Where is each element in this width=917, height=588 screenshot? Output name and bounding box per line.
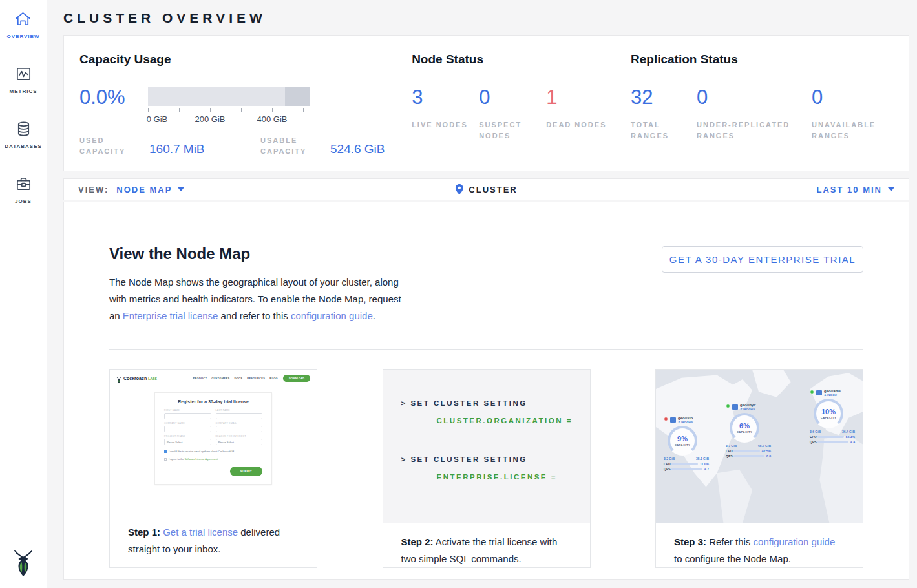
sidebar-item-jobs[interactable]: JOBS xyxy=(15,175,32,204)
suspect-nodes-stat: 0 SUSPECT NODES xyxy=(479,86,546,142)
node-map-panel: View the Node Map The Node Map shows the… xyxy=(63,202,909,580)
view-selector-value: NODE MAP xyxy=(116,185,172,194)
mini-checkbox-label: I agree to the Software License Agreemen… xyxy=(169,457,218,461)
database-icon xyxy=(15,120,32,138)
mini-field-label: COMPANY EMAIL xyxy=(216,422,263,425)
breadcrumb-cluster[interactable]: CLUSTER xyxy=(469,185,517,194)
capacity-bar: 0 GiB 200 GiB 400 GiB xyxy=(148,86,310,126)
status-dot-green-icon xyxy=(810,390,814,394)
cpu-value: 42.5% xyxy=(762,449,771,453)
node-status-title: Node Status xyxy=(412,52,631,67)
mini-form-title: Register for a 30-day trial license xyxy=(164,399,262,404)
mini-field-label: FIRST NAME xyxy=(164,409,211,412)
live-nodes-value: 3 xyxy=(412,86,479,109)
unavailable-ranges-label: UNAVAILABLE RANGES xyxy=(812,120,909,142)
mini-select: Please Select xyxy=(216,439,263,445)
step3-label: Step 3: xyxy=(674,536,706,547)
mini-select: Please Select xyxy=(164,439,211,445)
total-ranges-stat: 32 TOTAL RANGES xyxy=(631,86,697,142)
step1-register-screenshot: Cockroach LABS PRODUCT CUSTOMERS DOCS RE… xyxy=(110,370,317,513)
node-cube-icon xyxy=(816,390,822,395)
capacity-donut: 6% CAPACITY xyxy=(730,413,759,443)
mini-brand: Cockroach LABS xyxy=(116,375,157,382)
page-title: CLUSTER OVERVIEW xyxy=(63,0,909,35)
qps-label: QPS xyxy=(810,440,817,444)
briefcase-icon xyxy=(15,175,32,193)
divider xyxy=(109,349,863,350)
dead-nodes-label: DEAD NODES xyxy=(546,120,613,131)
total-gib: 65.7 GiB xyxy=(758,444,771,448)
time-range-value: LAST 10 MIN xyxy=(817,185,882,194)
qps-label: QPS xyxy=(664,467,671,471)
capacity-label: CAPACITY xyxy=(821,416,836,419)
used-gib: 3.2 GiB xyxy=(664,457,675,461)
configuration-guide-link[interactable]: configuration guide xyxy=(754,536,836,547)
sidebar-item-metrics[interactable]: METRICS xyxy=(10,65,37,94)
mini-checkbox xyxy=(164,458,167,461)
live-nodes-label: LIVE NODES xyxy=(412,120,479,131)
mini-cockroach-logo-icon xyxy=(116,375,121,382)
capacity-bar-used-other-segment xyxy=(285,87,310,106)
capacity-bar-free-segment xyxy=(148,87,285,106)
unavailable-ranges-stat: 0 UNAVAILABLE RANGES xyxy=(812,86,909,142)
qps-value: 4.4 xyxy=(850,440,855,444)
get-trial-license-link[interactable]: Get a trial license xyxy=(163,527,238,538)
capacity-usage-section: Capacity Usage 0.0% 0 GiB 200 GiB 400 Gi… xyxy=(79,52,412,171)
capacity-label: CAPACITY xyxy=(675,443,690,446)
capacity-percent: 10% xyxy=(821,408,836,415)
locality-sfo: geo=sfo 2 Nodes 9% CAPACITY 3.2 GiB 35.1… xyxy=(664,416,709,471)
suspect-nodes-value: 0 xyxy=(479,86,546,109)
enterprise-trial-license-link[interactable]: Enterprise trial license xyxy=(123,310,218,321)
under-replicated-ranges-stat: 0 UNDER-REPLICATED RANGES xyxy=(697,86,812,142)
description-text: and refer to this xyxy=(218,310,291,321)
replication-status-section: Replication Status 32 TOTAL RANGES 0 UND… xyxy=(631,52,909,171)
mini-nav-item: BLOG xyxy=(269,377,278,380)
capacity-axis-ticks xyxy=(148,108,310,113)
step3-node-map-illustration: geo=sfo 2 Nodes 9% CAPACITY 3.2 GiB 35.1… xyxy=(656,370,863,523)
locality-node-count: 2 Nodes xyxy=(678,420,693,424)
status-dot-green-icon xyxy=(726,404,730,408)
node-status-section: Node Status 3 LIVE NODES 0 SUSPECT NODES… xyxy=(412,52,631,171)
mini-nav-item: DOCS xyxy=(234,377,242,380)
total-gib: 36.4 GiB xyxy=(842,430,855,434)
view-selector-dropdown[interactable]: NODE MAP xyxy=(116,185,184,194)
step1-label: Step 1: xyxy=(128,527,160,538)
sidebar-item-label: JOBS xyxy=(15,198,32,204)
used-capacity-label: USED CAPACITY xyxy=(79,135,149,157)
qps-meter xyxy=(733,455,764,457)
mini-download-button: DOWNLOAD xyxy=(283,375,310,382)
mini-input xyxy=(164,413,211,419)
cluster-summary-card: Capacity Usage 0.0% 0 GiB 200 GiB 400 Gi… xyxy=(63,35,909,171)
replication-status-title: Replication Status xyxy=(631,52,909,67)
breadcrumb: CLUSTER xyxy=(455,184,517,194)
sidebar-item-overview[interactable]: OVERVIEW xyxy=(7,10,40,39)
sidebar-item-label: OVERVIEW xyxy=(7,34,40,39)
mini-input xyxy=(216,426,263,432)
mini-register-form: Register for a 30-day trial license FIRS… xyxy=(154,392,272,485)
cpu-meter xyxy=(671,463,698,465)
status-dot-red-icon xyxy=(664,417,668,421)
time-range-dropdown[interactable]: LAST 10 MIN xyxy=(817,185,894,194)
mini-checkbox-label: I would like to receive email updates ab… xyxy=(169,450,235,453)
sidebar-item-databases[interactable]: DATABASES xyxy=(5,120,42,149)
node-cube-icon xyxy=(670,417,676,423)
mini-nav: PRODUCT CUSTOMERS DOCS RESOURCES BLOG DO… xyxy=(188,375,310,382)
step2-label: Step 2: xyxy=(401,536,434,547)
node-cube-icon xyxy=(732,404,738,410)
capacity-tick-label: 200 GiB xyxy=(195,114,226,124)
qps-meter xyxy=(817,441,848,443)
unavailable-ranges-value: 0 xyxy=(812,86,909,109)
used-gib: 3.7 GiB xyxy=(726,444,737,448)
configuration-guide-link[interactable]: configuration guide xyxy=(291,310,373,321)
mini-field-label: LAST NAME xyxy=(216,409,263,412)
enterprise-trial-button[interactable]: GET A 30-DAY ENTERPRISE TRIAL xyxy=(662,246,863,273)
used-gib: 3.6 GiB xyxy=(810,430,821,434)
used-capacity-value: 160.7 MiB xyxy=(149,142,205,157)
capacity-donut: 9% CAPACITY xyxy=(668,426,697,456)
step1-caption: Step 1: Get a trial license delivered st… xyxy=(110,513,317,558)
total-ranges-label: TOTAL RANGES xyxy=(631,120,697,142)
locality-nyc: geo=nyc 2 Nodes 6% CAPACITY 3.7 GiB 65.7… xyxy=(726,403,771,458)
map-pin-icon xyxy=(455,184,463,194)
cpu-value: 11.0% xyxy=(700,462,709,466)
mini-field-label: REASON FOR INTEREST xyxy=(216,435,263,437)
